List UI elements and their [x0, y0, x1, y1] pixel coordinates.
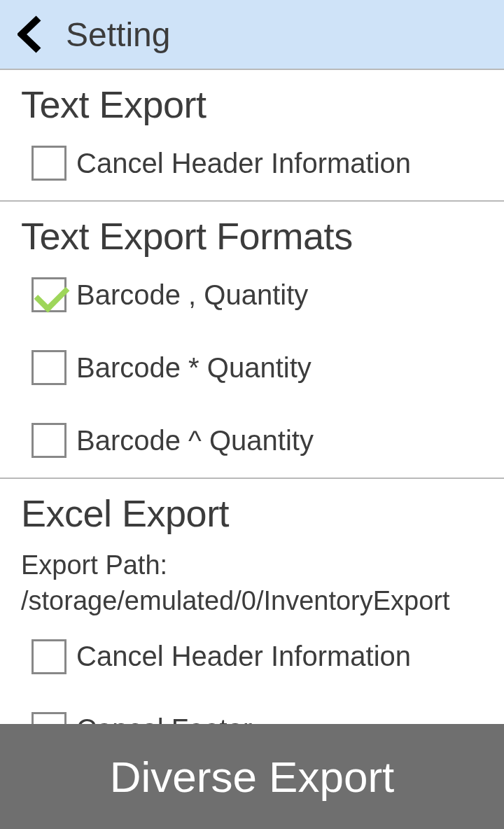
checkbox-icon	[31, 277, 66, 312]
section-title-text-export: Text Export	[21, 83, 483, 126]
option-barcode-star[interactable]: Barcode * Quantity	[31, 350, 483, 385]
option-label: Barcode * Quantity	[76, 352, 312, 384]
option-cancel-footer-excel[interactable]: Cancel Footer	[31, 712, 483, 724]
footer-label: Diverse Export	[110, 752, 395, 802]
checkbox-icon	[31, 146, 66, 181]
option-barcode-comma[interactable]: Barcode , Quantity	[31, 277, 483, 312]
option-label: Barcode ^ Quantity	[76, 425, 314, 457]
section-title-text-export-formats: Text Export Formats	[21, 214, 483, 258]
option-label: Cancel Header Information	[76, 148, 411, 179]
option-cancel-header-excel[interactable]: Cancel Header Information	[31, 639, 483, 674]
header-bar: Setting	[0, 0, 504, 70]
option-barcode-caret[interactable]: Barcode ^ Quantity	[31, 423, 483, 458]
page-title: Setting	[66, 15, 170, 54]
section-title-excel-export: Excel Export	[21, 492, 483, 535]
section-excel-export: Excel Export Export Path: /storage/emula…	[0, 479, 504, 724]
checkbox-icon	[31, 639, 66, 674]
option-cancel-header-text[interactable]: Cancel Header Information	[31, 146, 483, 181]
content-area: Text Export Cancel Header Information Te…	[0, 70, 504, 724]
section-text-export-formats: Text Export Formats Barcode , Quantity B…	[0, 202, 504, 479]
option-label: Cancel Header Information	[76, 641, 411, 672]
checkbox-icon	[31, 423, 66, 458]
back-icon[interactable]	[15, 13, 43, 55]
option-label: Barcode , Quantity	[76, 279, 308, 311]
export-path-text: Export Path: /storage/emulated/0/Invento…	[21, 548, 483, 620]
checkbox-icon	[31, 712, 66, 724]
footer-bar[interactable]: Diverse Export	[0, 724, 504, 829]
option-label: Cancel Footer	[76, 713, 252, 724]
section-text-export: Text Export Cancel Header Information	[0, 70, 504, 202]
checkbox-icon	[31, 350, 66, 385]
